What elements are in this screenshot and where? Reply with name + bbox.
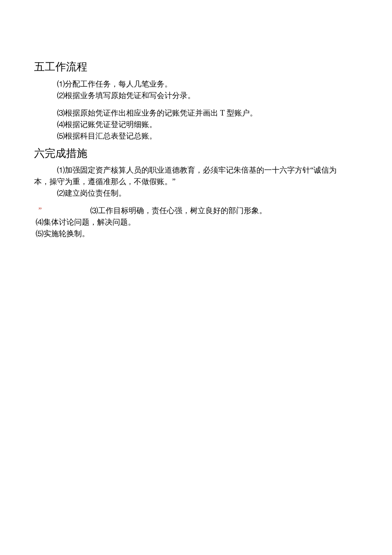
section-6-item-3-row: ” ⑶工作目标明确，责任心强，树立良好的部门形象。	[34, 205, 358, 217]
section-5-heading: 五工作流程	[34, 59, 358, 75]
spacer	[34, 101, 358, 107]
section-6-item-5: ⑸实施轮换制。	[34, 228, 358, 240]
section-5-item-4: ⑷根据记账凭证登记明细账。	[34, 119, 358, 130]
section-6-item-3: ⑶工作目标明确，责任心强，树立良好的部门形象。	[90, 206, 267, 215]
section-6-item-4: ⑷集体讨论问题，解决问题。	[34, 217, 358, 228]
stray-quote-mark: ”	[38, 205, 42, 217]
section-6-item-1-line-1: ⑴加强固定资产核算人员的职业道德教育，必须牢记朱倍基的一十六字方针“诚信为	[34, 165, 358, 176]
spacer	[34, 199, 358, 205]
section-6-item-2: ⑵建立岗位责任制。	[34, 188, 358, 199]
section-5-item-3: ⑶根据原始凭证作出相应业务的记账凭证并画出 T 型账户。	[34, 107, 358, 119]
section-6-item-1-line-2: 本，操守为重，遵循准那么，不做假账。”	[34, 176, 358, 188]
section-6-heading: 六完成措施	[34, 145, 358, 162]
section-5-item-1: ⑴分配工作任务，每人几笔业务。	[34, 78, 358, 90]
section-5-item-5: ⑸根据科目汇总表登记总账。	[34, 130, 358, 142]
section-5-item-2: ⑵根据业务填写原始凭证和写会计分录。	[34, 90, 358, 101]
